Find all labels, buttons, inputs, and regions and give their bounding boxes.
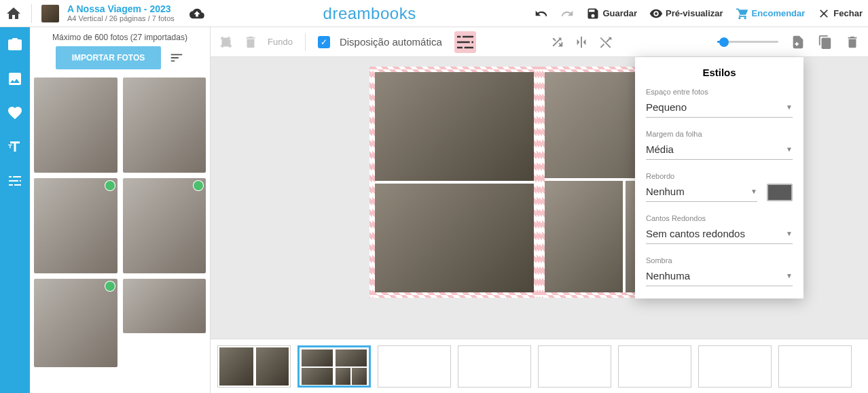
image-icon[interactable] <box>7 71 23 87</box>
divider <box>31 4 32 23</box>
photo-thumb[interactable] <box>34 178 117 273</box>
spread-thumb[interactable] <box>217 345 291 388</box>
shadow-select[interactable]: Nenhuma▼ <box>646 267 793 286</box>
divider <box>305 33 306 51</box>
project-title: A Nossa Viagem - 2023 <box>67 3 175 15</box>
spread-thumb[interactable] <box>698 345 772 388</box>
photo-thumb[interactable] <box>123 279 206 333</box>
text-icon[interactable] <box>7 139 23 155</box>
order-button[interactable]: Encomendar <box>736 7 806 20</box>
close-button[interactable]: Fechar <box>817 7 863 20</box>
margin-label: Margem da folha <box>646 130 793 138</box>
photo-thumb[interactable] <box>123 78 206 173</box>
spread-thumb[interactable] <box>458 345 531 388</box>
auto-layout-label: Disposição automática <box>340 36 442 48</box>
shuffle-icon[interactable] <box>549 35 564 50</box>
tune-icon[interactable] <box>7 173 23 189</box>
save-label: Guardar <box>602 8 637 18</box>
zoom-slider[interactable] <box>717 41 778 43</box>
camera-icon[interactable] <box>7 37 23 53</box>
project-subtitle: A4 Vertical / 26 páginas / 7 fotos <box>67 14 175 23</box>
spacing-select[interactable]: Pequeno▼ <box>646 99 793 118</box>
undo-button[interactable] <box>535 7 548 20</box>
project-thumbnail <box>41 5 59 22</box>
preview-button[interactable]: Pré-visualizar <box>649 7 723 20</box>
shadow-label: Sombra <box>646 256 793 264</box>
redo-button <box>560 7 574 20</box>
styles-popup: Estilos Espaço entre fotos Pequeno▼ Marg… <box>635 57 803 298</box>
svg-point-0 <box>655 12 657 15</box>
project-info: A Nossa Viagem - 2023 A4 Vertical / 26 p… <box>67 3 175 24</box>
fundo-label: Fundo <box>268 37 293 47</box>
spread-thumb[interactable] <box>538 345 611 388</box>
photo-thumb[interactable] <box>123 178 206 273</box>
photo-grid <box>30 73 210 393</box>
page-strip <box>211 339 868 393</box>
margin-select[interactable]: Média▼ <box>646 141 793 160</box>
spread-thumb[interactable] <box>618 345 691 388</box>
sort-icon[interactable] <box>169 50 184 65</box>
border-color-swatch[interactable] <box>767 184 793 201</box>
photos-counter: Máximo de 600 fotos (27 importadas) <box>52 33 187 42</box>
crop-icon[interactable] <box>219 35 234 50</box>
add-page-icon[interactable] <box>791 35 806 50</box>
border-label: Rebordo <box>646 172 793 180</box>
photo-thumb[interactable] <box>34 78 117 173</box>
copy-page-icon[interactable] <box>818 35 833 50</box>
home-icon[interactable] <box>5 5 22 22</box>
mirror-icon[interactable] <box>574 35 589 50</box>
random-icon[interactable] <box>598 35 613 50</box>
corners-select[interactable]: Sem cantos redondos▼ <box>646 225 793 244</box>
preview-label: Pré-visualizar <box>666 8 723 18</box>
photo-thumb[interactable] <box>34 279 117 367</box>
app-logo: dreambooks <box>210 4 530 23</box>
corners-label: Cantos Redondos <box>646 214 793 222</box>
styles-title: Estilos <box>646 67 793 78</box>
delete-bg-icon[interactable] <box>243 35 258 50</box>
close-label: Fechar <box>833 8 863 18</box>
spacing-label: Espaço entre fotos <box>646 88 793 96</box>
import-photos-button[interactable]: IMPORTAR FOTOS <box>56 46 162 69</box>
auto-layout-checkbox[interactable]: ✓ <box>318 36 330 48</box>
order-label: Encomendar <box>752 8 806 18</box>
heart-icon[interactable] <box>7 105 23 121</box>
spread-thumb[interactable] <box>378 345 451 388</box>
cloud-upload-icon[interactable] <box>189 6 204 21</box>
spread-thumb[interactable] <box>778 345 852 388</box>
left-page[interactable] <box>369 67 539 298</box>
border-select[interactable]: Nenhum▼ <box>646 183 757 202</box>
spread-thumb[interactable] <box>297 345 371 388</box>
styles-toggle-button[interactable] <box>454 31 476 53</box>
delete-page-icon[interactable] <box>845 35 860 50</box>
save-button[interactable]: Guardar <box>586 7 637 20</box>
